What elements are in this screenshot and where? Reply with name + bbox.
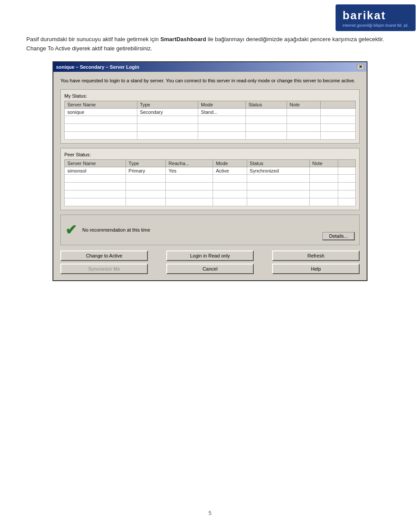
details-button[interactable]: Details... xyxy=(322,232,355,240)
cell-type: Secondary xyxy=(137,109,198,116)
my-status-panel: My Status: Server Name Type Mode Status … xyxy=(60,89,360,144)
table-row xyxy=(65,175,356,183)
buttons-row-2: Syncronize Me Cancel Help xyxy=(60,264,360,274)
cell-note xyxy=(287,109,320,116)
cancel-button[interactable]: Cancel xyxy=(166,264,254,274)
col-extra xyxy=(321,101,356,109)
checkmark-icon: ✔ xyxy=(65,222,77,238)
cell-mode: Active xyxy=(213,167,247,175)
close-button[interactable]: ✕ xyxy=(357,64,364,70)
intro-paragraph: Pasif durumdaki bir sunucuyu aktif hale … xyxy=(26,35,394,53)
peer-status-table: Server Name Type Reacha... Mode Status N… xyxy=(64,159,356,206)
dialog-message: You have requested to login to a stand b… xyxy=(60,77,360,85)
page-number: 5 xyxy=(209,510,212,516)
col-extra xyxy=(338,160,356,167)
buttons-row-1: Change to Active Login in Read only Refr… xyxy=(60,250,360,261)
col-note: Note xyxy=(309,160,338,167)
peer-status-label: Peer Status: xyxy=(64,152,356,157)
cell-reachable: Yes xyxy=(166,167,213,175)
recommendation-area: ✔ No recommendation at this time Details… xyxy=(60,215,360,245)
cell-server-name: sonique xyxy=(65,109,137,116)
table-row xyxy=(65,198,356,206)
table-row xyxy=(65,132,356,140)
syncronize-me-button[interactable]: Syncronize Me xyxy=(60,264,148,274)
cell-note xyxy=(309,167,338,175)
col-server-name: Server Name xyxy=(65,160,126,167)
cell-server-name: simonsol xyxy=(65,167,126,175)
table-row: sonique Secondary Stand... xyxy=(65,109,356,116)
cell-extra xyxy=(321,109,356,116)
cell-type: Primary xyxy=(126,167,165,175)
col-mode: Mode xyxy=(198,101,245,109)
logo: barikat internet güvenliği bilişim ticar… xyxy=(336,4,416,31)
dialog-titlebar: sonique – Secondary – Server Login ✕ xyxy=(53,62,367,72)
recommendation-text: No recommendation at this time xyxy=(82,227,150,233)
my-status-label: My Status: xyxy=(64,93,356,99)
dialog-body: You have requested to login to a stand b… xyxy=(53,72,367,281)
peer-status-header-row: Server Name Type Reacha... Mode Status N… xyxy=(65,160,356,167)
col-mode: Mode xyxy=(213,160,247,167)
col-note: Note xyxy=(287,101,320,109)
smartdashboard-bold: SmartDashboard xyxy=(160,36,206,42)
logo-text: barikat xyxy=(343,9,409,22)
help-button[interactable]: Help xyxy=(272,264,360,274)
intro-text-1: Pasif durumdaki bir sunucuyu aktif hale … xyxy=(26,36,160,42)
table-row xyxy=(65,183,356,190)
empty-cell xyxy=(65,132,137,140)
table-row: simonsol Primary Yes Active Synchronized xyxy=(65,167,356,175)
page-footer: 5 xyxy=(209,510,212,516)
my-status-header-row: Server Name Type Mode Status Note xyxy=(65,101,356,109)
change-to-active-button[interactable]: Change to Active xyxy=(60,250,148,261)
logo-subtext: internet güvenliği bilişim ticaret ltd. … xyxy=(343,23,409,28)
col-server-name: Server Name xyxy=(65,101,137,109)
table-row xyxy=(65,190,356,198)
intro-text-3: Change To Active diyerek aktif hale geti… xyxy=(26,45,152,52)
intro-text-2: ile bağlanmayı denediğimizde aşağıdaki p… xyxy=(206,36,384,42)
col-type: Type xyxy=(126,160,165,167)
cell-extra xyxy=(338,167,356,175)
cell-status: Synchronized xyxy=(247,167,309,175)
my-status-table: Server Name Type Mode Status Note soniqu… xyxy=(64,101,356,140)
table-row xyxy=(65,124,356,132)
refresh-button[interactable]: Refresh xyxy=(272,250,360,261)
empty-cell xyxy=(65,124,137,132)
col-status: Status xyxy=(245,101,287,109)
cell-status xyxy=(245,109,287,116)
server-login-dialog: sonique – Secondary – Server Login ✕ You… xyxy=(52,61,368,282)
login-read-only-button[interactable]: Login in Read only xyxy=(166,250,254,261)
col-reachable: Reacha... xyxy=(166,160,213,167)
col-type: Type xyxy=(137,101,198,109)
empty-cell xyxy=(65,116,137,124)
peer-status-panel: Peer Status: Server Name Type Reacha... … xyxy=(60,148,360,210)
main-content: Pasif durumdaki bir sunucuyu aktif hale … xyxy=(0,0,420,299)
col-status: Status xyxy=(247,160,309,167)
cell-mode: Stand... xyxy=(198,109,245,116)
table-row xyxy=(65,116,356,124)
dialog-title: sonique – Secondary – Server Login xyxy=(56,64,139,70)
